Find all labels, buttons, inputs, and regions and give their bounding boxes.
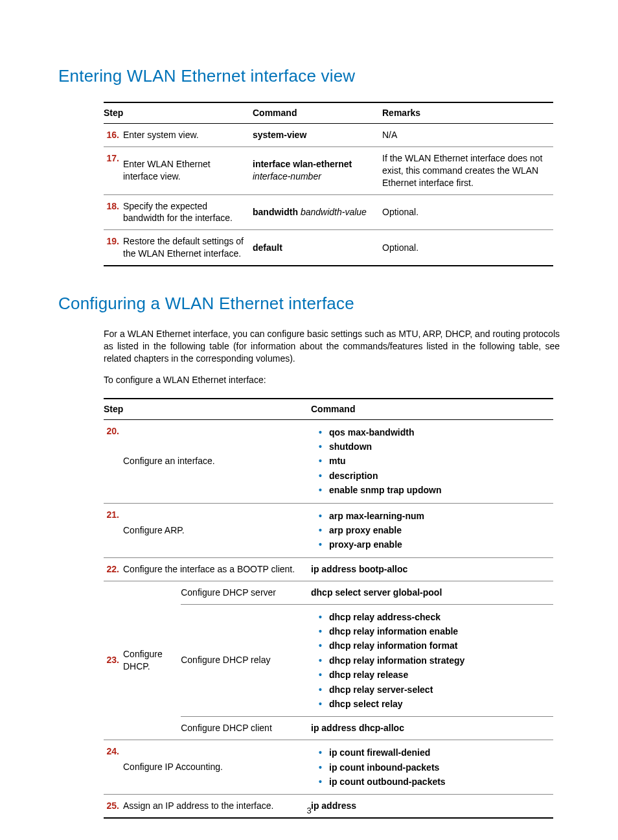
page-number: 3 [0,805,618,817]
th-command: Command [311,399,553,419]
cmd-item: qos max-bandwidth [319,425,548,439]
step-command: bandwidth bandwidth-value [253,194,382,230]
cmd-item: ip count inbound-packets [319,760,548,775]
cmd-item: dhcp relay information strategy [319,653,548,668]
step-desc: Enter WLAN Ethernet interface view. [123,146,253,194]
step-subdesc: Configure DHCP server [181,581,311,604]
step-number: 17. [104,146,123,194]
step-remarks: If the WLAN Ethernet interface does not … [382,146,553,194]
table-row: 18. Specify the expected bandwidth for t… [104,194,553,230]
step-number: 23. [104,581,123,740]
intro-para-2: To configure a WLAN Ethernet interface: [104,374,560,386]
step-command: default [253,230,382,266]
step-command: interface wlan-ethernetinterface-number [253,146,382,194]
step-command: ip address bootp-alloc [311,557,553,581]
step-number: 24. [104,740,123,795]
cmd-item: dhcp select relay [319,697,548,711]
cmd-item: ip count outbound-packets [319,775,548,789]
step-command: arp max-learning-num arp proxy enable pr… [311,503,553,557]
cmd-item: proxy-arp enable [319,537,548,552]
step-desc: Configure IP Accounting. [123,740,311,795]
step-subdesc: Configure DHCP relay [181,604,311,717]
th-remarks: Remarks [382,102,553,123]
heading-configuring-wlan: Configuring a WLAN Ethernet interface [58,292,560,315]
th-command: Command [253,102,382,123]
heading-entering-wlan: Entering WLAN Ethernet interface view [58,65,560,88]
table-entering-wlan: Step Command Remarks 16. Enter system vi… [104,102,553,266]
step-command: dhcp select server global-pool [311,581,553,604]
step-desc: Configure the interface as a BOOTP clien… [123,557,311,581]
table-row: 16. Enter system view. system-view N/A [104,123,553,146]
step-desc: Configure ARP. [123,503,311,557]
table-row: 24. Configure IP Accounting. ip count fi… [104,740,553,795]
table-configuring-wlan: Step Command 20. Configure an interface.… [104,398,553,819]
step-desc: Configure DHCP. [123,581,181,740]
step-number: 21. [104,503,123,557]
cmd-item: arp max-learning-num [319,509,548,523]
step-desc: Restore the default settings of the WLAN… [123,230,253,266]
step-desc: Enter system view. [123,123,253,146]
step-number: 20. [104,419,123,503]
step-remarks: N/A [382,123,553,146]
step-command: ip count firewall-denied ip count inboun… [311,740,553,795]
step-command: system-view [253,123,382,146]
cmd-item: mtu [319,454,548,468]
step-subdesc: Configure DHCP client [181,717,311,740]
step-command: dhcp relay address-check dhcp relay info… [311,604,553,717]
table-row: 22. Configure the interface as a BOOTP c… [104,557,553,581]
step-number: 18. [104,194,123,230]
cmd-item: shutdown [319,439,548,454]
cmd-item: dhcp relay address-check [319,610,548,624]
table-row: 20. Configure an interface. qos max-band… [104,419,553,503]
cmd-item: dhcp relay release [319,668,548,682]
cmd-item: enable snmp trap updown [319,483,548,497]
step-desc: Specify the expected bandwidth for the i… [123,194,253,230]
cmd-item: dhcp relay server-select [319,682,548,697]
th-step: Step [104,399,311,419]
step-number: 19. [104,230,123,266]
cmd-item: dhcp relay information enable [319,624,548,638]
cmd-item: ip count firewall-denied [319,745,548,760]
table-row: 19. Restore the default settings of the … [104,230,553,266]
cmd-item: description [319,469,548,483]
intro-para: For a WLAN Ethernet interface, you can c… [104,328,560,365]
table-row: 23. Configure DHCP. Configure DHCP serve… [104,581,553,604]
step-number: 22. [104,557,123,581]
table-row: 17. Enter WLAN Ethernet interface view. … [104,146,553,194]
cmd-item: arp proxy enable [319,523,548,537]
table-row: 21. Configure ARP. arp max-learning-num … [104,503,553,557]
step-desc: Configure an interface. [123,419,311,503]
step-number: 16. [104,123,123,146]
step-remarks: Optional. [382,194,553,230]
step-command: ip address dhcp-alloc [311,717,553,740]
step-command: qos max-bandwidth shutdown mtu descripti… [311,419,553,503]
th-step: Step [104,102,253,123]
cmd-item: dhcp relay information format [319,638,548,653]
step-remarks: Optional. [382,230,553,266]
